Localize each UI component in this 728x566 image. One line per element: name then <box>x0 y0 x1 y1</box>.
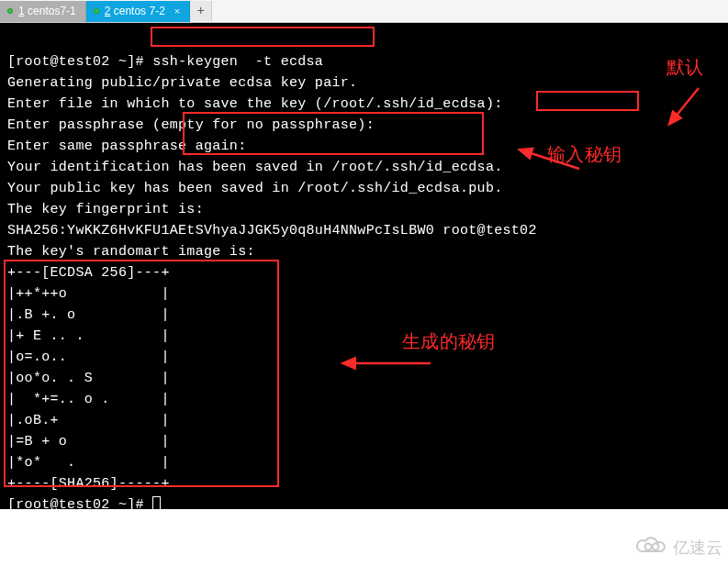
highlight-box-command <box>151 27 375 47</box>
new-tab-button[interactable]: + <box>190 1 212 21</box>
terminal-line: SHA256:YwKKZ6HvKFU1AEtSVhyaJJGK5y0q8uH4N… <box>7 223 537 239</box>
close-icon[interactable]: × <box>174 6 180 17</box>
prompt: [root@test02 ~]# <box>7 54 144 70</box>
terminal-line: |*o* . | <box>7 455 170 471</box>
terminal-line: | *+=.. o . | <box>7 392 170 407</box>
terminal-line: |.B +. o | <box>7 307 170 323</box>
terminal-line: Enter passphrase (empty for no passphras… <box>7 117 375 133</box>
status-dot-icon <box>94 8 99 14</box>
svg-line-1 <box>528 152 579 169</box>
tab-label-text: centos7-1 <box>28 5 76 17</box>
svg-point-3 <box>645 544 652 550</box>
watermark: 亿速云 <box>636 535 722 560</box>
status-dot-icon <box>7 8 13 14</box>
terminal-line: +----[SHA256]-----+ <box>7 476 170 492</box>
arrow-icon <box>312 335 438 399</box>
tab-bar: 1 centos7-1 2 centos 7-2 × + <box>0 0 728 23</box>
cloud-icon <box>636 535 667 560</box>
watermark-text: 亿速云 <box>673 537 722 559</box>
terminal-line: Generating public/private ecdsa key pair… <box>7 75 357 91</box>
terminal-line: |.oB.+ | <box>7 413 170 428</box>
terminal-line: The key's randomart image is: <box>7 244 255 260</box>
terminal[interactable]: [root@test02 ~]# ssh-keygen -t ecdsa Gen… <box>0 23 728 509</box>
tab-number: 2 <box>105 5 111 17</box>
terminal-line: Enter file in which to save the key (/ro… <box>7 96 502 112</box>
terminal-line: Your identification has been saved in /r… <box>7 160 502 175</box>
terminal-line: |oo*o. . S | <box>7 371 170 386</box>
arrow-icon <box>488 126 587 203</box>
terminal-line: |=B + o | <box>7 434 170 449</box>
annotation-default: 默认 <box>666 57 704 78</box>
annotation-enter-key: 输入秘钥 <box>547 144 622 165</box>
terminal-line: |+ E .. . | <box>7 328 170 344</box>
tab-label-text: centos 7-2 <box>114 5 165 17</box>
cursor-icon <box>152 496 161 512</box>
terminal-line: Enter same passphrase again: <box>7 139 246 154</box>
annotation-generated-key: 生成的秘钥 <box>402 331 496 352</box>
tab-number: 1 <box>18 5 25 17</box>
terminal-line: Your public key has been saved in /root/… <box>7 181 502 196</box>
svg-point-4 <box>653 544 659 550</box>
terminal-line: The key fingerprint is: <box>7 202 204 217</box>
tab-centos7-1[interactable]: 1 centos7-1 <box>0 1 86 22</box>
highlight-box-default <box>536 91 639 111</box>
arrow-icon <box>637 63 704 150</box>
command: ssh-keygen -t ecdsa <box>152 54 323 70</box>
terminal-line: +---[ECDSA 256]---+ <box>7 265 170 281</box>
prompt: [root@test02 ~]# <box>7 497 152 513</box>
terminal-line: |o=.o.. | <box>7 350 170 365</box>
svg-line-0 <box>675 88 699 117</box>
terminal-line: |++*++o | <box>7 286 170 302</box>
tab-centos7-2[interactable]: 2 centos 7-2 × <box>86 1 191 22</box>
